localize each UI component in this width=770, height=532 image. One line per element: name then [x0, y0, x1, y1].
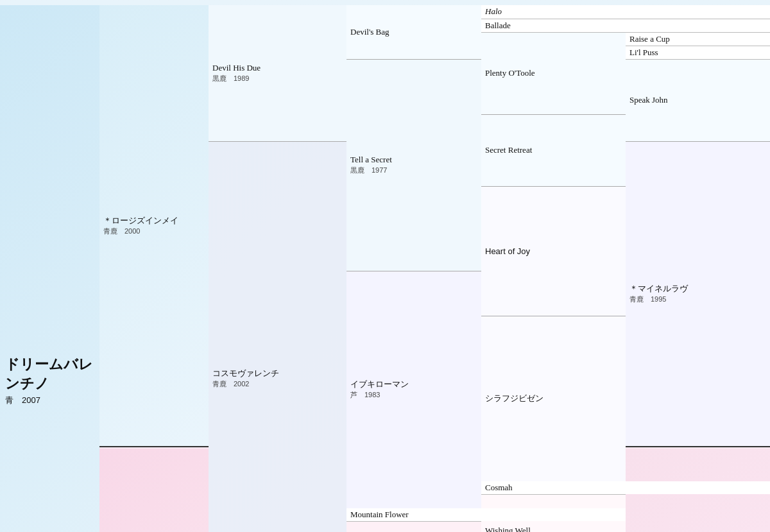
gen3-2-name: Tell a Secret	[350, 154, 477, 166]
gen4-4-name: Secret Retreat	[485, 145, 622, 155]
gen3-1-cell: Devil His Due 黒鹿 1989	[209, 5, 346, 141]
gen3-3-name: ＊マイネルラヴ	[629, 283, 766, 295]
gen5-2a: Raise a Cup	[629, 34, 670, 44]
pedigree-table: ドリームバレンチノ 青 2007 ＊ロージズインメイ 青鹿 2000 Devil…	[0, 5, 770, 532]
gen4-b2-name: Wishing Well	[485, 526, 622, 533]
gen4-1-name: Devil's Bag	[350, 27, 477, 37]
table-row: ドリームバレンチノ 青 2007 ＊ロージズインメイ 青鹿 2000 Devil…	[0, 5, 770, 19]
gen1-top-cell: ドリームバレンチノ 青 2007	[0, 5, 99, 532]
gen3-3-cell: ＊マイネルラヴ 青鹿 1995	[626, 141, 770, 447]
gen5-b1b: Cosmah	[485, 483, 513, 492]
gen4-8-cell: シラフジビゼン	[481, 316, 626, 481]
gen4-3-name: Speak John	[629, 95, 766, 105]
gen4-2-cell: Plenty O'Toole	[481, 32, 626, 114]
gen4-6-name: Heart of Joy	[485, 246, 622, 256]
gen2-1-sub: 青鹿 2000	[103, 227, 205, 236]
gen4-3-cell: Speak John	[626, 59, 770, 141]
gen1-bottom-cell: グランドサッチャー 栗 2013	[99, 449, 209, 532]
pedigree-container: ドリームバレンチノ 青 2007 ＊ロージズインメイ 青鹿 2000 Devil…	[0, 0, 770, 532]
gen5-1a: Halo	[485, 6, 502, 16]
gen2-2-cell: コスモヴァレンチ 青鹿 2002	[209, 141, 346, 532]
gen3-1-sub: 黒鹿 1989	[212, 74, 343, 83]
gen1-top-sub: 青 2007	[5, 395, 99, 406]
gen4-8-name: シラフジビゼン	[485, 393, 622, 404]
gen4-1-cell: Devil's Bag	[346, 5, 481, 59]
gen3-4-sub: 芦 1983	[350, 390, 477, 400]
gen3-b2-cell: スカーレットブーケ 栗 1988	[346, 522, 481, 533]
gen3-4-name: イブキローマン	[350, 379, 477, 390]
gen3-2-cell: Tell a Secret 黒鹿 1977	[346, 59, 481, 271]
gen2-1-cell: ＊ロージズインメイ 青鹿 2000	[99, 5, 209, 447]
gen5-2b: Li'l Puss	[629, 47, 658, 57]
gen4-6-cell: Heart of Joy	[481, 186, 626, 316]
gen3-2-sub: 黒鹿 1977	[350, 166, 477, 175]
gen5-1b: Ballade	[485, 21, 511, 30]
gen3-3-sub: 青鹿 1995	[629, 295, 766, 304]
gen5-b2b: Mountain Flower	[350, 510, 409, 519]
gen2-1-name: ＊ロージズインメイ	[103, 215, 205, 227]
gen4-4-cell: Secret Retreat	[481, 114, 626, 186]
gen3-4-cell: イブキローマン 芦 1983	[346, 271, 481, 508]
gen2-2-sub: 青鹿 2002	[212, 379, 343, 389]
gen4-2-name: Plenty O'Toole	[485, 68, 622, 78]
gen1-top-name: ドリームバレンチノ	[5, 355, 99, 393]
gen2-2-name: コスモヴァレンチ	[212, 368, 343, 379]
gen3-1-name: Devil His Due	[212, 62, 343, 74]
